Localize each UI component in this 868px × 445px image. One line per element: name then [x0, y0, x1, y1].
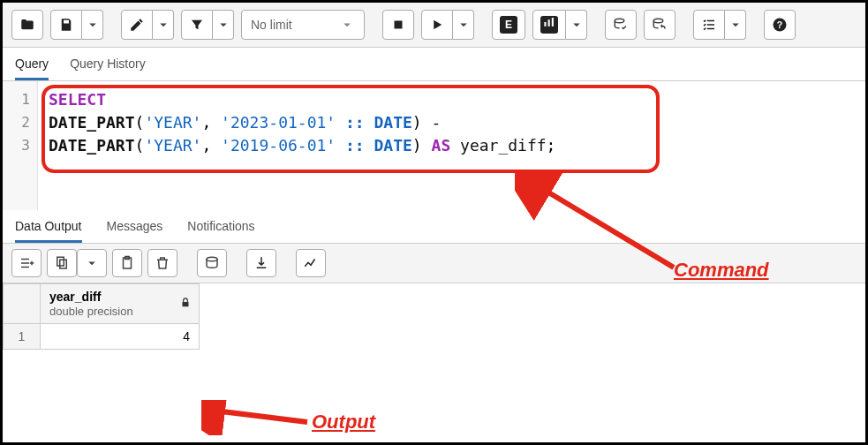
copy-dropdown[interactable] [77, 249, 107, 277]
save-icon [58, 17, 74, 33]
sql-editor[interactable]: 1 2 3 SELECT DATE_PART('YEAR', '2023-01-… [3, 81, 865, 210]
code-area[interactable]: SELECT DATE_PART('YEAR', '2023-01-01' ::… [38, 81, 865, 210]
tab-messages[interactable]: Messages [107, 219, 163, 243]
filter-button[interactable] [181, 10, 213, 40]
chevron-down-icon [569, 17, 585, 33]
trash-icon [155, 255, 170, 271]
chevron-down-icon [215, 17, 231, 33]
save-button[interactable] [50, 10, 82, 40]
db-check-icon [613, 17, 629, 33]
copy-button[interactable] [47, 249, 77, 277]
chevron-down-icon [85, 17, 101, 33]
chevron-down-icon [84, 255, 100, 271]
tab-notifications[interactable]: Notifications [187, 219, 254, 243]
column-type: double precision [49, 305, 133, 318]
open-file-button[interactable] [11, 10, 43, 40]
svg-point-4 [615, 19, 624, 23]
row-number: 1 [4, 324, 41, 350]
macros-dropdown[interactable] [725, 10, 746, 40]
main-toolbar: No limit E ? [3, 3, 865, 48]
editor-tabs: Query Query History [3, 48, 865, 81]
save-data-button[interactable] [197, 249, 227, 277]
svg-rect-2 [548, 19, 550, 26]
copy-icon [54, 255, 70, 271]
rows-plus-icon [19, 255, 34, 271]
svg-rect-1 [544, 22, 546, 26]
execute-dropdown[interactable] [453, 10, 474, 40]
result-grid: year_diff double precision 1 4 [3, 283, 200, 350]
tab-query-history[interactable]: Query History [70, 57, 146, 80]
analyze-button[interactable] [532, 10, 566, 40]
filter-icon [189, 17, 205, 33]
macros-button[interactable] [693, 10, 725, 40]
chart-icon [540, 16, 558, 34]
analyze-dropdown[interactable] [566, 10, 587, 40]
db-undo-icon [652, 17, 668, 33]
save-dropdown[interactable] [82, 10, 103, 40]
filter-dropdown[interactable] [213, 10, 234, 40]
edit-button[interactable] [121, 10, 153, 40]
arrow-output [201, 400, 316, 435]
edit-dropdown[interactable] [153, 10, 174, 40]
row-limit-label: No limit [251, 18, 292, 32]
column-header[interactable]: year_diff double precision [41, 284, 200, 324]
paste-button[interactable] [112, 249, 142, 277]
tab-query[interactable]: Query [15, 57, 49, 80]
svg-point-12 [207, 257, 217, 261]
line-number: 1 [3, 88, 30, 111]
download-icon [253, 255, 269, 271]
row-limit-select[interactable]: No limit [241, 10, 365, 40]
chevron-down-icon [456, 17, 472, 33]
db-save-icon [204, 255, 220, 271]
tab-data-output[interactable]: Data Output [15, 219, 82, 243]
graph-button[interactable] [296, 249, 326, 277]
play-icon [429, 17, 445, 33]
help-icon: ? [772, 17, 788, 33]
clipboard-icon [119, 255, 135, 271]
pencil-icon [129, 17, 145, 33]
triangle-down-icon [339, 17, 355, 33]
commit-button[interactable] [605, 10, 637, 40]
line-number: 2 [3, 111, 30, 134]
table-row[interactable]: 1 4 [4, 324, 200, 350]
column-name: year_diff [49, 290, 190, 304]
svg-text:?: ? [777, 19, 782, 30]
rollback-button[interactable] [644, 10, 676, 40]
list-check-icon [701, 17, 717, 33]
svg-rect-0 [395, 21, 403, 29]
add-row-button[interactable] [11, 249, 42, 277]
svg-point-5 [653, 19, 663, 23]
chevron-down-icon [728, 17, 743, 33]
explain-icon: E [500, 16, 517, 34]
stop-icon [390, 17, 406, 33]
annotation-output: Output [312, 411, 375, 434]
chevron-down-icon [155, 17, 171, 33]
svg-line-14 [215, 411, 307, 422]
execute-button[interactable] [421, 10, 453, 40]
lock-icon [179, 297, 192, 312]
stop-button[interactable] [382, 10, 414, 40]
line-gutter: 1 2 3 [3, 81, 38, 210]
output-toolbar [3, 244, 865, 283]
svg-rect-3 [552, 18, 554, 26]
folder-icon [19, 17, 35, 33]
line-number: 3 [3, 134, 30, 157]
help-button[interactable]: ? [764, 10, 796, 40]
line-chart-icon [303, 255, 319, 271]
corner-cell[interactable] [4, 284, 41, 324]
delete-button[interactable] [147, 249, 177, 277]
download-button[interactable] [246, 249, 276, 277]
cell-value[interactable]: 4 [41, 324, 200, 350]
explain-button[interactable]: E [492, 10, 525, 40]
output-tabs: Data Output Messages Notifications [3, 210, 865, 244]
